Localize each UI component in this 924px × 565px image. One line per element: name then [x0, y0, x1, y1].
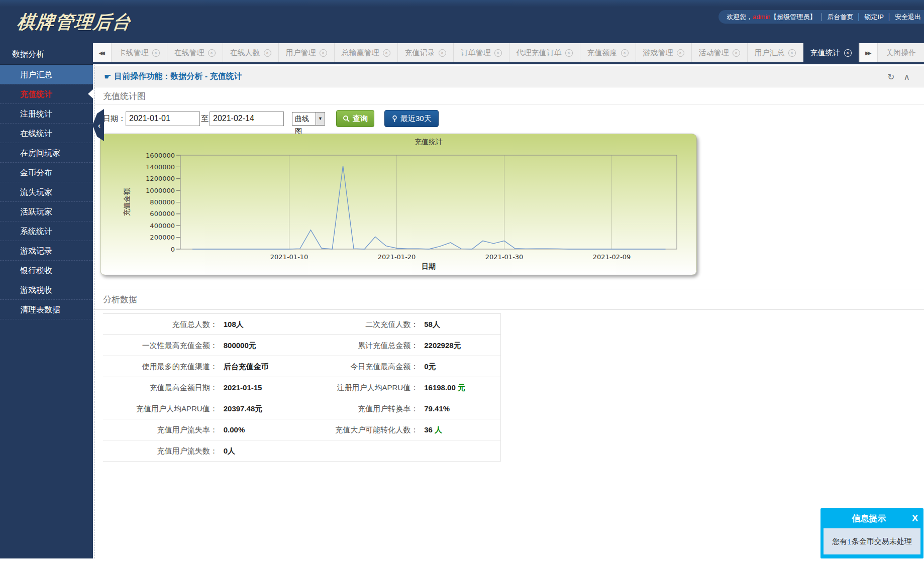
sidebar-item-clean-table-data[interactable]: 清理表数据: [0, 300, 93, 319]
tab-label: 用户汇总: [755, 48, 785, 58]
separator: │: [887, 10, 891, 24]
sidebar-item-lost-players[interactable]: 流失玩家: [0, 182, 93, 202]
username: admin: [753, 13, 770, 21]
tab-game-mgmt[interactable]: 游戏管理×: [636, 43, 692, 62]
tab-user-mgmt[interactable]: 用户管理×: [279, 43, 335, 62]
tab-close-icon[interactable]: ×: [788, 49, 796, 57]
sidebar-item-game-records[interactable]: 游戏记录: [0, 241, 93, 261]
tab-activity-mgmt[interactable]: 活动管理×: [692, 43, 748, 62]
recent-30-days-button[interactable]: 最近30天: [384, 110, 439, 127]
tab-close-icon[interactable]: ×: [439, 49, 446, 57]
date-from-input[interactable]: [126, 111, 200, 126]
svg-text:2021-01-30: 2021-01-30: [485, 253, 524, 261]
query-button[interactable]: 查询: [336, 110, 374, 127]
svg-text:充值统计: 充值统计: [415, 138, 443, 146]
tab-close-icon[interactable]: ×: [621, 49, 629, 57]
sidebar-item-game-tax[interactable]: 游戏税收: [0, 280, 93, 300]
tab-close-icon[interactable]: ×: [565, 49, 573, 57]
tab-recharge-records[interactable]: 充值记录×: [398, 43, 454, 62]
tab-label: 活动管理: [699, 48, 729, 58]
user-info-bar: 欢迎您，admin【超级管理员】│后台首页│锁定IP│安全退出: [718, 10, 924, 24]
analysis-label: 注册用户人均APRU值：: [316, 377, 424, 398]
analysis-label: 充值用户转换率：: [316, 398, 424, 419]
tab-winloss-mgmt[interactable]: 总输赢管理×: [335, 43, 398, 62]
analysis-value: 0.00%: [224, 419, 317, 440]
sidebar-item-label: 游戏税收: [20, 286, 52, 294]
tab-list: 卡线管理×在线管理×在线人数×用户管理×总输赢管理×充值记录×订单管理×代理充值…: [112, 43, 859, 62]
chart-type-select[interactable]: 曲线图 ▼: [292, 112, 325, 126]
svg-text:0: 0: [171, 246, 175, 253]
sidebar: 数据分析 用户汇总充值统计注册统计在线统计在房间玩家金币分布流失玩家活跃玩家系统…: [0, 43, 93, 558]
tab-agent-recharge-orders[interactable]: 代理充值订单×: [509, 43, 580, 62]
tab-close-icon[interactable]: ×: [494, 49, 502, 57]
sidebar-item-label: 充值统计: [20, 90, 52, 98]
sidebar-item-room-players[interactable]: 在房间玩家: [0, 143, 93, 163]
tab-label: 订单管理: [461, 48, 491, 58]
tab-label: 代理充值订单: [517, 48, 562, 58]
link-backend-home[interactable]: 后台首页: [827, 13, 853, 21]
sidebar-item-online-stats[interactable]: 在线统计: [0, 124, 93, 143]
analysis-table: 充值总人数：108人二次充值人数：58人一次性最高充值金额：800000元累计充…: [103, 313, 501, 462]
separator: │: [857, 10, 861, 24]
link-lock-ip[interactable]: 锁定IP: [865, 13, 884, 21]
sidebar-item-label: 清理表数据: [20, 305, 60, 314]
main-content: ◀◀ 卡线管理×在线管理×在线人数×用户管理×总输赢管理×充值记录×订单管理×代…: [93, 43, 924, 565]
analysis-label: 充值大户可能转化人数：: [316, 419, 424, 440]
analysis-label: 累计充值总金额：: [316, 335, 424, 356]
sidebar-item-active-players[interactable]: 活跃玩家: [0, 202, 93, 221]
sidebar-item-user-summary[interactable]: 用户汇总: [0, 65, 93, 84]
notification-close-button[interactable]: X: [906, 513, 923, 524]
tab-close-icon[interactable]: ×: [208, 49, 216, 57]
link-safe-logout[interactable]: 安全退出: [895, 13, 921, 21]
tab-close-icon[interactable]: ×: [152, 49, 160, 57]
analysis-label: 二次充值人数：: [316, 314, 424, 334]
sidebar-item-coin-distribution[interactable]: 金币分布: [0, 163, 93, 182]
tabs-scroll-left-button[interactable]: ◀◀: [93, 43, 112, 62]
notification-message: 您有1条金币交易未处理: [824, 528, 920, 554]
chart-section-title: 充值统计图: [93, 88, 924, 104]
sidebar-item-system-stats[interactable]: 系统统计: [0, 221, 93, 241]
tab-recharge-stats[interactable]: 充值统计×: [803, 43, 859, 62]
analysis-value: 2202928元: [424, 335, 500, 356]
svg-text:充值金额: 充值金额: [123, 188, 131, 216]
tab-card-line-mgmt[interactable]: 卡线管理×: [112, 43, 167, 62]
breadcrumb: ☛ 目前操作功能：数据分析 - 充值统计 ↻ ∧: [93, 66, 924, 87]
tab-order-mgmt[interactable]: 订单管理×: [454, 43, 509, 62]
tab-close-icon[interactable]: ×: [320, 49, 327, 57]
svg-text:400000: 400000: [150, 222, 175, 230]
analysis-row: 充值用户人均APRU值：20397.48元充值用户转换率：79.41%: [103, 398, 500, 419]
message-suffix: 条金币交易未处理: [852, 537, 912, 546]
app-logo: 棋牌管理后台: [16, 10, 133, 35]
chart-line-series: [192, 166, 666, 249]
tab-online-mgmt[interactable]: 在线管理×: [167, 43, 223, 62]
sidebar-item-register-stats[interactable]: 注册统计: [0, 104, 93, 124]
tab-label: 充值额度: [587, 48, 618, 58]
tab-close-icon[interactable]: ×: [733, 49, 740, 57]
top-header: 棋牌管理后台 欢迎您，admin【超级管理员】│后台首页│锁定IP│安全退出: [0, 0, 924, 43]
collapse-panel-icon[interactable]: ∧: [904, 72, 910, 82]
tab-user-summary[interactable]: 用户汇总×: [748, 43, 803, 62]
svg-text:2021-02-09: 2021-02-09: [593, 253, 631, 261]
tab-label: 充值统计: [810, 48, 841, 58]
tab-close-icon[interactable]: ×: [264, 49, 271, 57]
tab-close-icon[interactable]: ×: [677, 49, 684, 57]
query-button-label: 查询: [353, 114, 368, 124]
tab-recharge-quota[interactable]: 充值额度×: [580, 43, 636, 62]
sidebar-item-label: 流失玩家: [20, 188, 52, 196]
sidebar-item-label: 银行税收: [20, 266, 52, 275]
tabs-scroll-right-button[interactable]: ▶▶: [859, 43, 878, 62]
tab-label: 在线人数: [230, 48, 260, 58]
tab-close-icon[interactable]: ×: [844, 49, 852, 57]
analysis-row: 一次性最高充值金额：800000元累计充值总金额：2202928元: [103, 335, 500, 356]
close-operations-button[interactable]: 关闭操作: [877, 43, 924, 62]
sidebar-item-bank-tax[interactable]: 银行税收: [0, 261, 93, 280]
tab-online-count[interactable]: 在线人数×: [223, 43, 279, 62]
refresh-icon[interactable]: ↻: [887, 72, 894, 82]
tab-close-icon[interactable]: ×: [383, 49, 390, 57]
svg-text:1000000: 1000000: [146, 187, 175, 194]
chart-svg: 充值统计2021-01-102021-01-202021-01-302021-0…: [100, 134, 697, 276]
date-to-input[interactable]: [210, 111, 284, 126]
sidebar-item-recharge-stats[interactable]: 充值统计: [0, 84, 93, 104]
notification-popup: 信息提示 X 您有1条金币交易未处理: [820, 508, 923, 558]
notification-title: 信息提示: [820, 513, 906, 524]
